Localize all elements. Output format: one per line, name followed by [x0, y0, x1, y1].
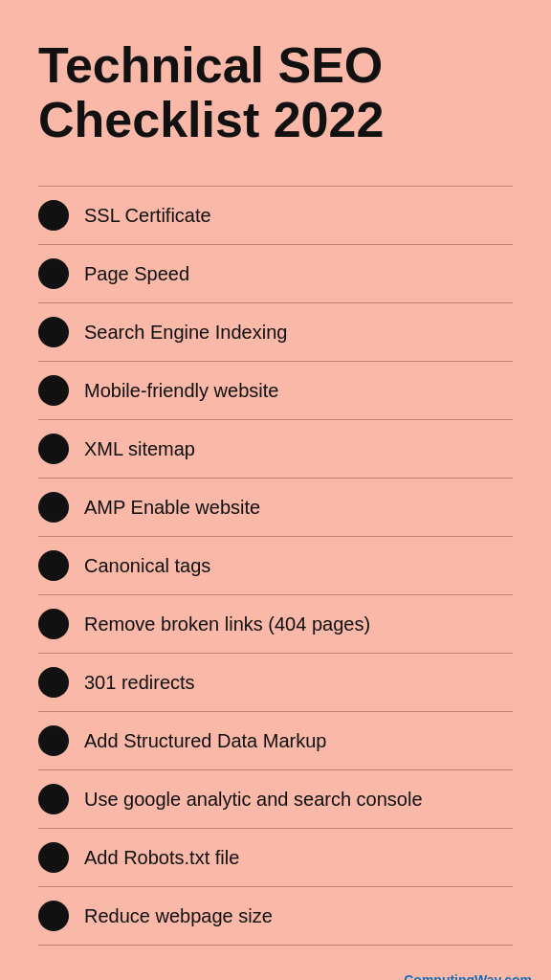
- divider-after-12: [38, 945, 513, 946]
- list-item: 301 redirects: [38, 654, 513, 711]
- bullet-icon: [38, 317, 69, 347]
- list-item: Add Robots.txt file: [38, 829, 513, 886]
- footer-link: ComputingWay.com: [404, 972, 532, 980]
- list-item: XML sitemap: [38, 420, 513, 478]
- item-label: AMP Enable website: [84, 497, 260, 519]
- item-label: Canonical tags: [84, 555, 210, 577]
- item-label: Reduce webpage size: [84, 905, 273, 927]
- main-container: Technical SEO Checklist 2022 SSL Certifi…: [0, 0, 551, 980]
- list-item: Remove broken links (404 pages): [38, 595, 513, 653]
- list-item: AMP Enable website: [38, 479, 513, 536]
- item-label: Add Robots.txt file: [84, 847, 239, 869]
- item-label: Use google analytic and search console: [84, 789, 423, 811]
- list-item: Canonical tags: [38, 537, 513, 594]
- bullet-icon: [38, 667, 69, 698]
- item-label: Add Structured Data Markup: [84, 730, 326, 752]
- page-title: Technical SEO Checklist 2022: [38, 38, 513, 147]
- item-label: XML sitemap: [84, 438, 195, 460]
- item-label: Remove broken links (404 pages): [84, 613, 370, 635]
- item-label: 301 redirects: [84, 672, 195, 694]
- bullet-icon: [38, 434, 69, 464]
- item-label: Page Speed: [84, 263, 189, 285]
- bullet-icon: [38, 842, 69, 873]
- list-item: Mobile-friendly website: [38, 362, 513, 419]
- list-item: Use google analytic and search console: [38, 770, 513, 828]
- bullet-icon: [38, 609, 69, 639]
- list-item: Page Speed: [38, 245, 513, 302]
- checklist: SSL CertificatePage SpeedSearch Engine I…: [38, 187, 513, 946]
- bullet-icon: [38, 492, 69, 523]
- item-label: Mobile-friendly website: [84, 380, 278, 402]
- list-item: Add Structured Data Markup: [38, 712, 513, 769]
- list-item: SSL Certificate: [38, 187, 513, 244]
- bullet-icon: [38, 550, 69, 581]
- bullet-icon: [38, 200, 69, 231]
- list-item: Reduce webpage size: [38, 887, 513, 945]
- item-label: Search Engine Indexing: [84, 322, 287, 344]
- bullet-icon: [38, 375, 69, 406]
- bullet-icon: [38, 784, 69, 814]
- bullet-icon: [38, 725, 69, 756]
- item-label: SSL Certificate: [84, 205, 211, 227]
- bullet-icon: [38, 901, 69, 931]
- list-item: Search Engine Indexing: [38, 303, 513, 361]
- bullet-icon: [38, 258, 69, 289]
